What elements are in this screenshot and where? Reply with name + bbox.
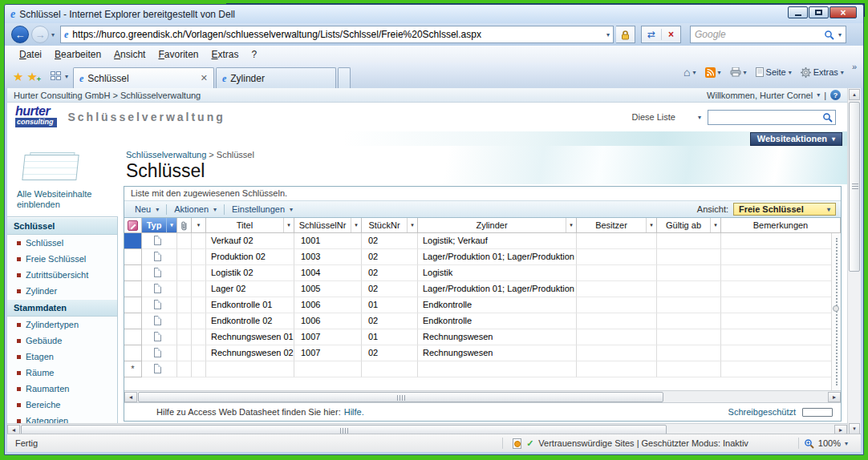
cell-besitzer[interactable] bbox=[577, 249, 657, 265]
menu-item-ansicht[interactable]: Ansicht bbox=[107, 47, 152, 62]
cell-typ[interactable] bbox=[142, 361, 177, 377]
cell-dd[interactable] bbox=[192, 361, 206, 377]
cell-gueltig-ab[interactable] bbox=[657, 233, 721, 249]
cell-stueck-nr[interactable] bbox=[362, 361, 418, 377]
help-link[interactable]: Hilfe. bbox=[344, 407, 364, 417]
sidebar-item-label[interactable]: Bereiche bbox=[26, 400, 60, 410]
search-scope-dropdown[interactable]: Diese Liste ▾ bbox=[632, 112, 708, 122]
help-icon[interactable]: ? bbox=[830, 90, 841, 100]
cell-gueltig-ab[interactable] bbox=[657, 249, 721, 265]
cell-titel[interactable]: Lager 02 bbox=[206, 281, 294, 297]
cell-titel[interactable]: Logistik 02 bbox=[206, 265, 294, 281]
sidebar-item-zylindertypen[interactable]: Zylindertypen bbox=[7, 317, 117, 333]
cell-bemerkungen[interactable] bbox=[721, 265, 841, 281]
cell-besitzer[interactable] bbox=[577, 345, 657, 361]
cell-besitzer[interactable] bbox=[577, 361, 657, 377]
refresh-button[interactable]: ⇄ bbox=[642, 29, 661, 40]
cell-zylinder[interactable]: Rechnungswesen bbox=[418, 345, 577, 361]
column-header-zylinder[interactable]: Zylinder▾ bbox=[418, 218, 577, 233]
cell-zylinder[interactable]: Lager/Produktion 01; Lager/Produktion 02 bbox=[418, 249, 577, 265]
cell-bemerkungen[interactable] bbox=[721, 249, 841, 265]
cell-schluessel-nr[interactable]: 1007 bbox=[294, 329, 362, 345]
cell-schluessel-nr[interactable]: 1003 bbox=[294, 249, 362, 265]
datasheet-horizontal-scrollbar[interactable]: ◂ ▸ bbox=[124, 390, 841, 402]
cell-titel[interactable]: Endkontrolle 01 bbox=[206, 297, 294, 313]
cell-schluessel-nr[interactable]: 1001 bbox=[294, 233, 362, 249]
cell-clip[interactable] bbox=[177, 313, 192, 329]
sidebar-item-rume[interactable]: Räume bbox=[7, 365, 117, 381]
cell-schluessel-nr[interactable]: 1006 bbox=[294, 313, 362, 329]
cell-zylinder[interactable]: Logistik bbox=[418, 265, 577, 281]
cell-dd[interactable] bbox=[192, 249, 206, 265]
cell-besitzer[interactable] bbox=[577, 329, 657, 345]
cell-typ[interactable] bbox=[142, 345, 177, 361]
zoom-dropdown-icon[interactable]: ▾ bbox=[845, 440, 848, 447]
cell-clip[interactable] bbox=[177, 265, 192, 281]
view-all-site-content-link[interactable]: Alle Websiteinhalte einblenden bbox=[7, 188, 103, 216]
minimize-button[interactable] bbox=[788, 6, 808, 18]
sidebar-item-label[interactable]: Räume bbox=[26, 368, 54, 377]
cell-stueck-nr[interactable]: 01 bbox=[362, 329, 418, 345]
sidebar-section-header[interactable]: Stammdaten bbox=[7, 299, 117, 317]
row-selector[interactable] bbox=[124, 329, 142, 345]
cell-gueltig-ab[interactable] bbox=[657, 329, 721, 345]
cell-dd[interactable] bbox=[192, 345, 206, 361]
back-button[interactable]: ← bbox=[11, 26, 29, 43]
row-selector[interactable] bbox=[124, 265, 142, 281]
cell-bemerkungen[interactable] bbox=[721, 281, 841, 297]
cell-stueck-nr[interactable]: 01 bbox=[362, 297, 418, 313]
row-selector[interactable] bbox=[124, 233, 142, 249]
cell-dd[interactable] bbox=[192, 329, 206, 345]
cell-titel[interactable]: Produktion 02 bbox=[206, 249, 294, 265]
page-menu-button[interactable]: Seite▾ bbox=[752, 66, 796, 79]
cell-zylinder[interactable]: Lager/Produktion 01; Lager/Produktion 02 bbox=[418, 281, 577, 297]
cell-zylinder[interactable]: Endkontrolle bbox=[418, 297, 577, 313]
scroll-up-icon[interactable]: ▴ bbox=[849, 89, 860, 100]
cell-gueltig-ab[interactable] bbox=[657, 345, 721, 361]
cell-clip[interactable] bbox=[177, 249, 192, 265]
column-header-besitzer[interactable]: Besitzer▾ bbox=[577, 218, 657, 233]
column-header-titel[interactable]: Titel▾ bbox=[206, 218, 294, 233]
cell-bemerkungen[interactable] bbox=[721, 313, 841, 329]
row-selector[interactable] bbox=[124, 249, 142, 265]
sidebar-item-label[interactable]: Zylindertypen bbox=[26, 320, 79, 329]
zoom-level[interactable]: 100% bbox=[818, 438, 841, 448]
actions-menu[interactable]: Aktionen▾ bbox=[167, 204, 224, 214]
quick-tabs-dropdown[interactable]: ▾ bbox=[65, 73, 68, 80]
new-tab-stub[interactable] bbox=[338, 67, 351, 88]
cell-zylinder[interactable] bbox=[418, 361, 577, 377]
cell-titel[interactable] bbox=[206, 361, 294, 377]
cell-titel[interactable]: Endkontrolle 02 bbox=[206, 313, 294, 329]
url-text[interactable]: https://hurco.greendisk.ch/Vorlagen/schl… bbox=[72, 29, 602, 40]
cell-zylinder[interactable]: Endkontrolle bbox=[418, 313, 577, 329]
cell-gueltig-ab[interactable] bbox=[657, 361, 721, 377]
cell-typ[interactable] bbox=[142, 281, 177, 297]
search-box[interactable]: Google ▾ bbox=[690, 26, 846, 43]
row-selector[interactable] bbox=[124, 313, 142, 329]
sidebar-item-bereiche[interactable]: Bereiche bbox=[7, 397, 117, 413]
column-header-attachment[interactable] bbox=[177, 218, 192, 233]
cell-stueck-nr[interactable]: 02 bbox=[362, 249, 418, 265]
tab-schluessel[interactable]: e Schlüssel ✕ bbox=[73, 67, 214, 88]
cell-stueck-nr[interactable]: 02 bbox=[362, 345, 418, 361]
scope-dropdown-icon[interactable]: ▾ bbox=[698, 114, 701, 121]
datasheet-select-all[interactable] bbox=[124, 218, 142, 233]
row-selector[interactable]: * bbox=[124, 361, 142, 377]
scrollbar-knob[interactable] bbox=[833, 305, 839, 312]
cell-dd[interactable] bbox=[192, 297, 206, 313]
recent-pages-dropdown[interactable]: ▾ bbox=[51, 31, 55, 38]
cell-stueck-nr[interactable]: 02 bbox=[362, 265, 418, 281]
cell-typ[interactable] bbox=[142, 313, 177, 329]
home-button[interactable]: ⌂▾ bbox=[679, 65, 700, 79]
cell-clip[interactable] bbox=[177, 281, 192, 297]
search-icon[interactable] bbox=[824, 30, 834, 40]
cell-stueck-nr[interactable]: 02 bbox=[362, 233, 418, 249]
feeds-button[interactable]: ▾ bbox=[701, 66, 725, 79]
cell-dd[interactable] bbox=[192, 281, 206, 297]
cell-clip[interactable] bbox=[177, 345, 192, 361]
cell-besitzer[interactable] bbox=[577, 313, 657, 329]
cell-schluessel-nr[interactable]: 1007 bbox=[294, 345, 362, 361]
site-search-input[interactable] bbox=[708, 110, 836, 125]
sidebar-item-raumarten[interactable]: Raumarten bbox=[7, 381, 117, 397]
cell-besitzer[interactable] bbox=[577, 233, 657, 249]
